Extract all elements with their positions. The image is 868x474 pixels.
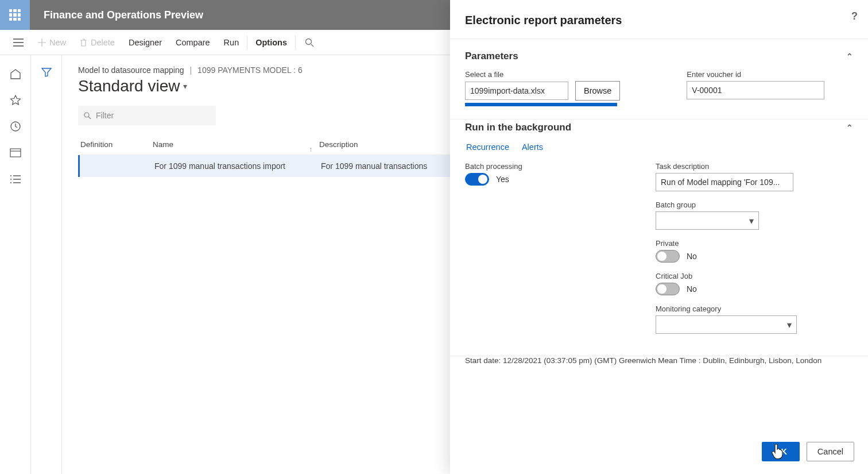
report-parameters-flyout: Electronic report parameters ? Parameter… [450,0,868,474]
flyout-body: Parameters ⌃ Select a file Browse Enter … [450,39,868,433]
filter-placeholder: Filter [96,111,114,120]
parameters-section-header[interactable]: Parameters ⌃ [465,48,853,70]
nav-collapse-button[interactable] [6,30,31,55]
voucher-input[interactable] [687,81,824,99]
chevron-down-icon: ▾ [749,215,754,226]
start-date-text: Start date: 12/28/2021 (03:37:05 pm) (GM… [450,356,868,374]
col-header-definition[interactable]: Definition [78,140,153,149]
list-icon [10,175,21,183]
col-header-name[interactable]: Name ↑ [153,140,319,149]
delete-button[interactable]: Delete [73,30,122,55]
home-icon [10,68,21,79]
run-button[interactable]: Run [217,30,246,55]
cancel-button[interactable]: Cancel [807,442,854,461]
crumb-item[interactable]: Model to datasource mapping [78,65,184,75]
designer-button[interactable]: Designer [122,30,169,55]
left-nav-rail [0,55,31,474]
search-icon [305,38,314,47]
monitoring-category-label: Monitoring category [656,305,853,313]
private-value: No [687,252,697,261]
chevron-up-icon: ⌃ [846,52,853,61]
crumb-item: 1099 PAYMENTS MODEL : 6 [197,65,303,75]
background-tabs: Recurrence Alerts [465,140,853,154]
critical-job-label: Critical Job [656,272,853,280]
upload-progress-bar [465,103,617,106]
task-description-label: Task description [656,162,853,171]
voucher-field: Enter voucher id [687,70,824,106]
private-label: Private [656,239,853,248]
workspaces-nav[interactable] [10,147,21,159]
monitoring-category-select[interactable]: ▾ [656,315,797,334]
help-button[interactable]: ? [851,10,858,22]
sort-ascending-icon: ↑ [309,145,312,153]
clock-icon [10,121,21,132]
recurrence-tab[interactable]: Recurrence [465,140,510,154]
batch-group-label: Batch group [656,201,853,209]
chevron-down-icon: ▾ [787,319,792,330]
svg-point-0 [306,38,312,44]
cell-definition [80,161,154,171]
alerts-tab[interactable]: Alerts [521,140,544,154]
options-button[interactable]: Options [249,30,294,55]
app-launcher-button[interactable] [0,0,30,30]
ok-button[interactable]: OK [762,442,800,461]
flyout-header: Electronic report parameters ? [450,0,868,39]
home-nav[interactable] [10,68,21,79]
filter-pane-toggle-area [31,55,62,474]
favorites-nav[interactable] [10,94,21,106]
flyout-footer: OK Cancel [450,433,868,474]
new-label: New [49,38,66,47]
hamburger-icon [13,38,24,47]
critical-job-value: No [687,284,697,294]
star-icon [10,95,21,106]
background-section: Run in the background ⌃ Recurrence Alert… [450,120,868,356]
crumb-separator: | [189,65,192,75]
recent-nav[interactable] [10,121,21,132]
svg-point-3 [84,113,89,117]
search-button[interactable] [297,38,322,47]
app-title: Finance and Operations Preview [30,9,203,21]
funnel-icon [41,68,52,77]
filter-pane-button[interactable] [41,68,52,474]
quick-filter-input[interactable]: Filter [78,106,216,125]
cell-name: For 1099 manual transactions import [154,161,321,171]
task-description-input[interactable] [656,173,793,191]
critical-job-toggle[interactable] [656,283,680,295]
view-title-text: Standard view [78,77,180,95]
workspace-icon [10,148,21,157]
svg-rect-2 [10,149,21,157]
modules-nav[interactable] [10,174,21,185]
chevron-up-icon: ⌃ [846,123,853,132]
batch-processing-toggle[interactable] [465,173,489,186]
parameters-section: Parameters ⌃ Select a file Browse Enter … [450,48,868,120]
new-button[interactable]: New [31,30,73,55]
flyout-title: Electronic report parameters [465,14,622,26]
batch-processing-value: Yes [496,175,509,184]
browse-button[interactable]: Browse [575,81,620,101]
divider [247,36,247,49]
private-toggle[interactable] [656,250,680,263]
waffle-icon [9,9,21,21]
batch-group-select[interactable]: ▾ [656,211,759,230]
select-file-label: Select a file [465,70,620,79]
batch-processing-label: Batch processing [465,162,580,171]
search-icon [84,112,91,120]
select-file-field: Select a file Browse [465,70,620,106]
select-file-input[interactable] [465,82,568,100]
chevron-down-icon: ▾ [183,82,187,91]
delete-label: Delete [91,38,115,47]
trash-icon [80,38,87,47]
plus-icon [38,38,46,47]
voucher-label: Enter voucher id [687,70,824,79]
compare-button[interactable]: Compare [169,30,217,55]
divider [295,36,296,49]
background-section-header[interactable]: Run in the background ⌃ [465,120,853,141]
